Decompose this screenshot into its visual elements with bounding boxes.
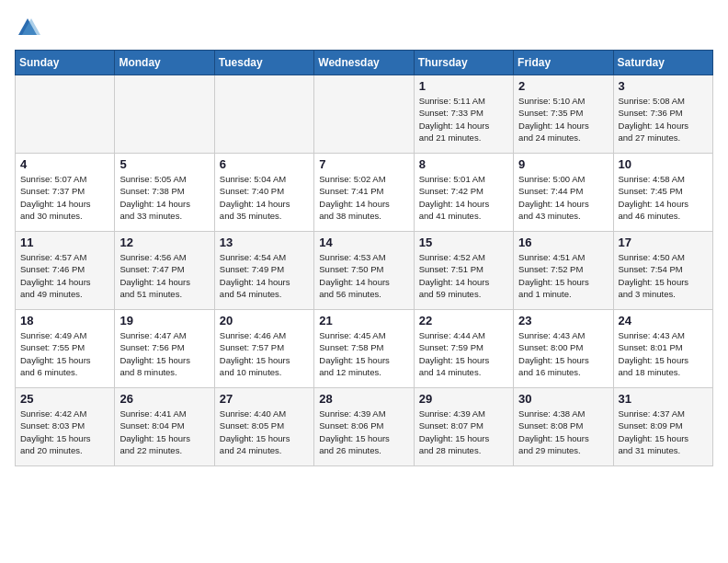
day-info: Sunrise: 5:04 AM Sunset: 7:40 PM Dayligh… xyxy=(220,173,309,222)
calendar-cell: 13Sunrise: 4:54 AM Sunset: 7:49 PM Dayli… xyxy=(214,232,313,310)
calendar-header-row: SundayMondayTuesdayWednesdayThursdayFrid… xyxy=(16,51,713,75)
day-info: Sunrise: 5:11 AM Sunset: 7:33 PM Dayligh… xyxy=(419,95,508,144)
calendar-cell: 31Sunrise: 4:37 AM Sunset: 8:09 PM Dayli… xyxy=(613,388,712,466)
calendar-cell: 30Sunrise: 4:38 AM Sunset: 8:08 PM Dayli… xyxy=(514,388,613,466)
calendar-week-row: 1Sunrise: 5:11 AM Sunset: 7:33 PM Daylig… xyxy=(16,75,713,154)
day-info: Sunrise: 4:45 AM Sunset: 7:58 PM Dayligh… xyxy=(319,329,408,378)
calendar-header-friday: Friday xyxy=(514,51,613,75)
logo xyxy=(15,15,44,40)
day-number: 22 xyxy=(419,314,508,327)
day-info: Sunrise: 4:56 AM Sunset: 7:47 PM Dayligh… xyxy=(119,251,209,300)
calendar-cell: 15Sunrise: 4:52 AM Sunset: 7:51 PM Dayli… xyxy=(414,232,513,310)
calendar-cell: 24Sunrise: 4:43 AM Sunset: 8:01 PM Dayli… xyxy=(613,310,712,388)
calendar-cell: 16Sunrise: 4:51 AM Sunset: 7:52 PM Dayli… xyxy=(514,232,613,310)
day-info: Sunrise: 5:00 AM Sunset: 7:44 PM Dayligh… xyxy=(518,173,608,222)
calendar-cell: 6Sunrise: 5:04 AM Sunset: 7:40 PM Daylig… xyxy=(214,154,313,232)
day-info: Sunrise: 5:02 AM Sunset: 7:41 PM Dayligh… xyxy=(319,173,408,222)
calendar-cell xyxy=(314,75,414,154)
calendar-week-row: 25Sunrise: 4:42 AM Sunset: 8:03 PM Dayli… xyxy=(16,388,713,466)
day-number: 24 xyxy=(619,314,708,327)
day-info: Sunrise: 4:46 AM Sunset: 7:57 PM Dayligh… xyxy=(220,329,309,378)
day-number: 5 xyxy=(119,157,209,171)
day-info: Sunrise: 4:39 AM Sunset: 8:07 PM Dayligh… xyxy=(419,408,508,456)
day-info: Sunrise: 4:54 AM Sunset: 7:49 PM Dayligh… xyxy=(220,251,309,300)
day-info: Sunrise: 4:39 AM Sunset: 8:06 PM Dayligh… xyxy=(319,408,408,456)
calendar-header-wednesday: Wednesday xyxy=(314,51,414,75)
calendar-cell: 7Sunrise: 5:02 AM Sunset: 7:41 PM Daylig… xyxy=(314,154,414,232)
calendar-cell: 5Sunrise: 5:05 AM Sunset: 7:38 PM Daylig… xyxy=(115,154,214,232)
calendar-cell: 4Sunrise: 5:07 AM Sunset: 7:37 PM Daylig… xyxy=(16,154,115,232)
calendar-cell: 8Sunrise: 5:01 AM Sunset: 7:42 PM Daylig… xyxy=(414,154,513,232)
calendar-cell: 29Sunrise: 4:39 AM Sunset: 8:07 PM Dayli… xyxy=(414,388,513,466)
day-number: 16 xyxy=(518,236,608,249)
day-info: Sunrise: 5:10 AM Sunset: 7:35 PM Dayligh… xyxy=(518,95,608,144)
calendar-cell: 2Sunrise: 5:10 AM Sunset: 7:35 PM Daylig… xyxy=(514,75,613,154)
day-number: 30 xyxy=(518,392,608,406)
day-info: Sunrise: 4:37 AM Sunset: 8:09 PM Dayligh… xyxy=(619,408,708,456)
day-info: Sunrise: 5:07 AM Sunset: 7:37 PM Dayligh… xyxy=(20,173,109,222)
day-number: 15 xyxy=(419,236,508,249)
day-info: Sunrise: 4:53 AM Sunset: 7:50 PM Dayligh… xyxy=(319,251,408,300)
day-number: 7 xyxy=(319,157,408,171)
calendar-cell: 23Sunrise: 4:43 AM Sunset: 8:00 PM Dayli… xyxy=(514,310,613,388)
calendar-cell: 20Sunrise: 4:46 AM Sunset: 7:57 PM Dayli… xyxy=(214,310,313,388)
day-info: Sunrise: 4:58 AM Sunset: 7:45 PM Dayligh… xyxy=(619,173,708,222)
day-number: 31 xyxy=(619,392,708,406)
day-number: 27 xyxy=(220,392,309,406)
day-info: Sunrise: 4:51 AM Sunset: 7:52 PM Dayligh… xyxy=(518,251,608,300)
day-number: 19 xyxy=(119,314,209,327)
day-info: Sunrise: 4:40 AM Sunset: 8:05 PM Dayligh… xyxy=(220,408,309,456)
day-info: Sunrise: 5:01 AM Sunset: 7:42 PM Dayligh… xyxy=(419,173,508,222)
day-info: Sunrise: 4:52 AM Sunset: 7:51 PM Dayligh… xyxy=(419,251,508,300)
calendar-cell: 9Sunrise: 5:00 AM Sunset: 7:44 PM Daylig… xyxy=(514,154,613,232)
calendar-header-saturday: Saturday xyxy=(613,51,712,75)
day-info: Sunrise: 4:50 AM Sunset: 7:54 PM Dayligh… xyxy=(619,251,708,300)
calendar-header-tuesday: Tuesday xyxy=(214,51,313,75)
calendar-cell: 19Sunrise: 4:47 AM Sunset: 7:56 PM Dayli… xyxy=(115,310,214,388)
day-number: 2 xyxy=(518,79,608,93)
day-number: 17 xyxy=(619,236,708,249)
calendar-cell: 27Sunrise: 4:40 AM Sunset: 8:05 PM Dayli… xyxy=(214,388,313,466)
day-number: 14 xyxy=(319,236,408,249)
calendar-cell: 25Sunrise: 4:42 AM Sunset: 8:03 PM Dayli… xyxy=(16,388,115,466)
day-number: 29 xyxy=(419,392,508,406)
day-info: Sunrise: 4:41 AM Sunset: 8:04 PM Dayligh… xyxy=(119,408,209,456)
day-number: 8 xyxy=(419,157,508,171)
day-info: Sunrise: 4:47 AM Sunset: 7:56 PM Dayligh… xyxy=(119,329,209,378)
day-number: 6 xyxy=(220,157,309,171)
day-number: 26 xyxy=(119,392,209,406)
calendar-cell: 10Sunrise: 4:58 AM Sunset: 7:45 PM Dayli… xyxy=(613,154,712,232)
calendar-cell xyxy=(214,75,313,154)
calendar-cell: 26Sunrise: 4:41 AM Sunset: 8:04 PM Dayli… xyxy=(115,388,214,466)
day-number: 28 xyxy=(319,392,408,406)
day-info: Sunrise: 4:42 AM Sunset: 8:03 PM Dayligh… xyxy=(20,408,109,456)
day-info: Sunrise: 4:57 AM Sunset: 7:46 PM Dayligh… xyxy=(20,251,109,300)
calendar-cell: 1Sunrise: 5:11 AM Sunset: 7:33 PM Daylig… xyxy=(414,75,513,154)
calendar-week-row: 11Sunrise: 4:57 AM Sunset: 7:46 PM Dayli… xyxy=(16,232,713,310)
day-number: 23 xyxy=(518,314,608,327)
calendar-week-row: 18Sunrise: 4:49 AM Sunset: 7:55 PM Dayli… xyxy=(16,310,713,388)
day-number: 9 xyxy=(518,157,608,171)
calendar-cell: 3Sunrise: 5:08 AM Sunset: 7:36 PM Daylig… xyxy=(613,75,712,154)
logo-icon xyxy=(15,15,40,40)
page-header xyxy=(15,15,713,40)
day-number: 21 xyxy=(319,314,408,327)
calendar-cell: 12Sunrise: 4:56 AM Sunset: 7:47 PM Dayli… xyxy=(115,232,214,310)
day-number: 18 xyxy=(20,314,109,327)
day-number: 12 xyxy=(119,236,209,249)
day-info: Sunrise: 5:05 AM Sunset: 7:38 PM Dayligh… xyxy=(119,173,209,222)
calendar-week-row: 4Sunrise: 5:07 AM Sunset: 7:37 PM Daylig… xyxy=(16,154,713,232)
day-info: Sunrise: 4:43 AM Sunset: 8:00 PM Dayligh… xyxy=(518,329,608,378)
calendar-cell: 17Sunrise: 4:50 AM Sunset: 7:54 PM Dayli… xyxy=(613,232,712,310)
day-info: Sunrise: 4:44 AM Sunset: 7:59 PM Dayligh… xyxy=(419,329,508,378)
calendar-header-monday: Monday xyxy=(115,51,214,75)
day-number: 20 xyxy=(220,314,309,327)
day-info: Sunrise: 4:43 AM Sunset: 8:01 PM Dayligh… xyxy=(619,329,708,378)
calendar-cell xyxy=(115,75,214,154)
calendar-cell xyxy=(16,75,115,154)
calendar-cell: 18Sunrise: 4:49 AM Sunset: 7:55 PM Dayli… xyxy=(16,310,115,388)
day-number: 10 xyxy=(619,157,708,171)
day-number: 25 xyxy=(20,392,109,406)
calendar-table: SundayMondayTuesdayWednesdayThursdayFrid… xyxy=(15,50,713,466)
calendar-header-thursday: Thursday xyxy=(414,51,513,75)
